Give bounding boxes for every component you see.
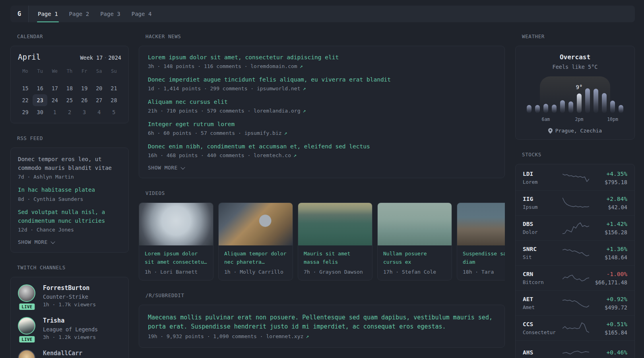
hackernews-show-more-button[interactable]: SHOW MORE <box>148 165 496 171</box>
weather-widget: Overcast Feels like 5°C <box>515 46 635 140</box>
page-tab[interactable]: Page 1 <box>32 6 64 22</box>
video-card[interactable]: Mauris sit amet massa felis 7h · Grayson… <box>298 202 372 280</box>
external-link-icon[interactable]: ↗ <box>293 152 297 158</box>
stock-row[interactable]: LDI Lorem +4.35% $795.18 <box>516 165 634 190</box>
video-card[interactable]: Lorem ipsum dolor sit amet consectetu… 1… <box>139 202 213 280</box>
stock-row[interactable]: CRN Bitcorn -1.00% $66,171.48 <box>516 265 634 290</box>
stock-name: Bitcorn <box>523 279 561 285</box>
stock-id: CCS Consectetur <box>523 321 561 335</box>
calendar-day: 5 <box>107 106 121 118</box>
rss-show-more-button[interactable]: SHOW MORE <box>18 239 121 245</box>
hackernews-item-link[interactable]: Lorem ipsum dolor sit amet, consectetur … <box>148 53 496 62</box>
weather-hour-slot <box>535 76 540 113</box>
stock-change-percent: +2.84% <box>591 196 627 202</box>
temperature-bar <box>585 88 590 113</box>
stock-change-percent: +0.51% <box>591 321 627 327</box>
stock-ticker: SNRC <box>523 246 561 252</box>
hackernews-item-link[interactable]: Donec enim nibh, condimentum et accumsan… <box>148 142 496 151</box>
current-temperature-label: 9° <box>576 84 583 90</box>
live-badge: LIVE <box>18 335 36 344</box>
external-link-icon[interactable]: ↗ <box>300 63 303 69</box>
rss-item-link[interactable]: In hac habitasse platea <box>18 186 121 195</box>
stock-id: AET Amet <box>523 296 561 310</box>
calendar-day: 30 <box>33 106 47 118</box>
stock-id: CRN Bitcorn <box>523 271 561 285</box>
video-card[interactable]: Nullam posuere cursus ex 17h · Stefan Co… <box>377 202 452 280</box>
stock-sparkline-chart <box>561 170 591 185</box>
twitch-channel-name: Trisha <box>43 317 98 324</box>
rss-item-meta: 7d · Ashlyn Martin <box>18 174 121 180</box>
hackernews-item: Donec imperdiet augue tincidunt felis al… <box>148 76 496 91</box>
right-column: WEATHER Overcast Feels like 5°C <box>515 33 635 358</box>
rss-item-meta: 12d · Chance Jones <box>18 227 121 233</box>
calendar-week-year: Week 17·2024 <box>80 54 121 61</box>
external-link-icon[interactable]: ↗ <box>306 333 309 339</box>
twitch-channel[interactable]: KendallCarr <box>18 350 121 358</box>
hackernews-item-meta: 3h · 148 points · 116 comments · loremdo… <box>148 63 496 69</box>
stock-row[interactable]: CCS Consectetur +0.51% $165.84 <box>516 315 634 340</box>
page-tab[interactable]: Page 2 <box>64 6 95 22</box>
twitch-channel[interactable]: LIVE Trisha League of Legends 3h · 1.2k … <box>18 317 121 340</box>
page-tab[interactable]: Page 4 <box>126 6 157 22</box>
subreddit-post-meta: 19h · 9,932 points · 1,090 comments · lo… <box>148 333 496 339</box>
hackernews-item-link[interactable]: Aliquam nec cursus elit <box>148 98 496 106</box>
subreddit-post-link[interactable]: Maecenas mollis pulvinar erat non posuer… <box>148 313 496 332</box>
stock-sparkline-chart <box>561 245 591 261</box>
video-title-link[interactable]: Nullam posuere cursus ex <box>383 250 446 267</box>
stock-name: Ipsum <box>523 204 561 210</box>
video-title-link[interactable]: Aliquam tempor dolor nec pharetra… <box>224 250 287 267</box>
external-link-icon[interactable]: ↗ <box>284 130 287 136</box>
stock-values: +0.51% $165.84 <box>591 321 627 336</box>
stock-row[interactable]: SNRC Sit +1.36% $148.64 <box>516 240 634 265</box>
twitch-channel-name: ForrestBurton <box>43 284 96 292</box>
twitch-avatar-wrap: LIVE <box>18 284 36 307</box>
temperature-bar <box>560 100 565 113</box>
video-title-link[interactable]: Suspendisse sagittis diam <box>463 250 505 267</box>
hackernews-list: Lorem ipsum dolor sit amet, consectetur … <box>148 53 496 158</box>
stock-row[interactable]: DBS Dolor +1.42% $156.28 <box>516 215 634 240</box>
temperature-bar <box>610 101 615 113</box>
hackernews-item: Integer eget rutrum lorem 6h · 60 points… <box>148 120 496 136</box>
hackernews-item-link[interactable]: Donec imperdiet augue tincidunt felis al… <box>148 76 496 84</box>
stock-ticker: CRN <box>523 271 561 277</box>
avatar <box>18 284 35 302</box>
rss-item-link[interactable]: Sed volutpat nulla nisl, a condimentum n… <box>18 208 121 225</box>
rss-widget: Donec tempor eros leo, ut commodo mauris… <box>10 148 129 253</box>
video-card[interactable]: Suspendisse sagittis diam 18h · Tara <box>457 202 505 280</box>
weather-hour-slot <box>543 76 548 113</box>
external-link-icon[interactable]: ↗ <box>303 86 306 91</box>
stock-sparkline-chart <box>561 321 591 336</box>
stock-row[interactable]: AHS +0.46% <box>516 340 634 358</box>
stock-ticker: IIG <box>523 196 561 202</box>
video-card[interactable]: Aliquam tempor dolor nec pharetra… 1h · … <box>218 202 293 280</box>
stock-price: $795.18 <box>591 179 627 185</box>
stock-row[interactable]: IIG Ipsum +2.84% $42.04 <box>516 190 634 215</box>
rss-item-link[interactable]: Donec tempor eros leo, ut commodo mauris… <box>18 155 121 172</box>
video-title-link[interactable]: Lorem ipsum dolor sit amet consectetu… <box>145 250 208 267</box>
page-tab-label: Page 4 <box>132 11 152 17</box>
twitch-channel-info: Trisha League of Legends 3h · 1.2k viewe… <box>43 317 98 340</box>
calendar-day: 20 <box>92 82 107 94</box>
weather-time-tick: 10pm <box>607 117 618 122</box>
stock-values: +4.35% $795.18 <box>591 171 627 185</box>
video-meta: 1h · Molly Carrillo <box>224 269 287 275</box>
app-logo[interactable]: G <box>10 6 29 22</box>
weather-feels-like: Feels like 5°C <box>522 64 628 70</box>
stock-row[interactable]: AET Amet +0.92% $499.72 <box>516 290 634 315</box>
page-tab[interactable]: Page 3 <box>95 6 126 22</box>
rss-item: Sed volutpat nulla nisl, a condimentum n… <box>18 208 121 233</box>
stock-values: +0.92% $499.72 <box>591 296 627 311</box>
hackernews-item-link[interactable]: Integer eget rutrum lorem <box>148 120 496 128</box>
rss-item-meta: 8d · Cynthia Saunders <box>18 196 121 202</box>
video-title-link[interactable]: Mauris sit amet massa felis <box>304 250 367 267</box>
hackernews-item-meta-text: 16h · 468 points · 440 comments · loremt… <box>148 152 291 158</box>
hackernews-item-meta: 6h · 60 points · 57 comments · ipsumify.… <box>148 130 496 136</box>
external-link-icon[interactable]: ↗ <box>303 108 306 114</box>
hackernews-item-meta: 21h · 710 points · 579 comments · loreml… <box>148 108 496 114</box>
stock-change-percent: +0.92% <box>591 296 627 302</box>
calendar-day: 26 <box>77 94 92 106</box>
calendar-day: 22 <box>18 94 33 106</box>
twitch-channel[interactable]: LIVE ForrestBurton Counter-Strike 1h · 1… <box>18 284 121 307</box>
stock-sparkline-chart <box>561 296 591 311</box>
video-thumbnail <box>298 203 372 245</box>
